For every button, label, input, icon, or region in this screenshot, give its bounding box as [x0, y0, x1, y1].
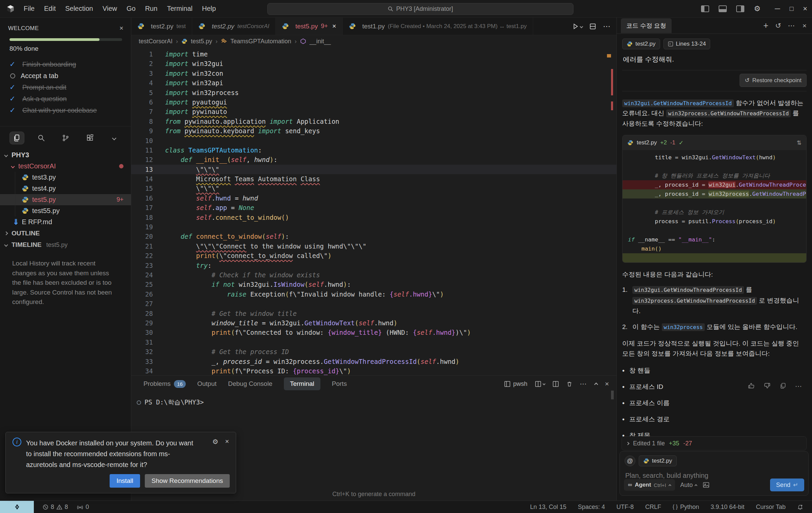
settings-gear-icon[interactable]: ⚙ [754, 4, 761, 13]
menu-terminal[interactable]: Terminal [163, 3, 196, 14]
diff-expand-icon[interactable]: ⇅ [797, 139, 802, 146]
indentation[interactable]: Spaces: 4 [578, 504, 605, 511]
maximize-panel-icon[interactable] [595, 380, 597, 388]
python-version[interactable]: 3.9.10 64-bit [710, 504, 744, 511]
chat-tab[interactable]: 코드 수정 요청 [621, 18, 672, 33]
diff-header[interactable]: test2.py +2 -1 ✓ ⇅ [623, 135, 806, 150]
code-line[interactable]: 34 print(f\"Process ID: {process_id}\") [131, 366, 616, 376]
command-center-search[interactable]: PHY3 [Administrator] [267, 3, 573, 15]
welcome-close-icon[interactable]: × [119, 24, 123, 32]
thumbs-up-icon[interactable] [748, 382, 755, 390]
tree-file-test3.py[interactable]: test3.py [0, 172, 131, 183]
code-line[interactable]: 8from pywinauto.application import Appli… [131, 117, 616, 126]
breadcrumb-class[interactable]: TeamsGPTAutomation [230, 38, 291, 45]
edited-files-summary[interactable]: Edited 1 file +35 -27 [622, 436, 807, 450]
code-line[interactable]: 19 [131, 222, 616, 232]
editor-more-actions-icon[interactable]: ⋯ [603, 22, 611, 31]
tab-close-icon[interactable]: × [332, 22, 336, 30]
code-line[interactable]: 15 \"\"\" [131, 184, 616, 193]
folder-testcorsorai[interactable]: testCorsorAI [0, 161, 131, 172]
eol-sequence[interactable]: CRLF [645, 504, 661, 511]
breadcrumb-file[interactable]: test5.py [191, 38, 212, 45]
code-line[interactable]: 5import win32process [131, 88, 616, 97]
mention-button[interactable]: @ [625, 456, 635, 466]
copy-icon[interactable] [780, 382, 786, 390]
code-line[interactable]: 11class TeamsGPTAutomation: [131, 145, 616, 155]
model-selector[interactable]: Auto [680, 482, 697, 489]
notification-settings-gear-icon[interactable]: ⚙ [212, 438, 218, 446]
window-minimize-button[interactable]: ─ [775, 4, 780, 13]
context-file-chip[interactable]: test2.py [622, 39, 660, 49]
menu-view[interactable]: View [99, 3, 120, 14]
tree-file-test4.py[interactable]: test4.py [0, 183, 131, 194]
code-line[interactable]: 23 try: [131, 261, 616, 270]
file-rfp-md[interactable]: ⇓ E RFP.md [0, 216, 131, 228]
toggle-left-sidebar-icon[interactable] [701, 5, 709, 12]
source-control-icon[interactable] [59, 132, 73, 144]
kill-terminal-icon[interactable] [566, 381, 572, 387]
terminal-profile[interactable]: pwsh [504, 380, 527, 388]
code-line[interactable]: 14 Microsoft Teams Automation Class [131, 174, 616, 184]
install-button[interactable]: Install [110, 474, 140, 488]
code-line[interactable]: 16 self.hwnd = hwnd [131, 193, 616, 203]
code-editor[interactable]: 1import time2import win32gui3import win3… [131, 47, 616, 376]
chat-more-icon[interactable]: ⋯ [788, 22, 796, 30]
panel-tab-Debug Console[interactable]: Debug Console [228, 380, 272, 388]
outline-section[interactable]: OUTLINE [0, 228, 131, 239]
agent-mode-selector[interactable]: ∞ Agent Ctrl+I [624, 479, 675, 491]
search-view-icon[interactable] [34, 132, 48, 144]
terminal[interactable]: PS D:\학습\PHY3> [137, 398, 616, 407]
code-line[interactable]: 12 def __init__(self, hwnd): [131, 155, 616, 164]
run-button[interactable] [572, 23, 583, 29]
cursor-position[interactable]: Ln 13, Col 15 [530, 504, 566, 511]
code-line[interactable]: 6import pyautogui [131, 97, 616, 107]
restore-checkpoint-button[interactable]: ↺ Restore checkpoint [740, 74, 807, 87]
explorer-icon[interactable] [10, 132, 24, 144]
ports-status[interactable]: 0 [77, 504, 89, 511]
code-line[interactable]: 3import win32con [131, 69, 616, 78]
editor-tab-test1.py[interactable]: test1.py(File Created • March 24, 2025 a… [343, 18, 533, 35]
panel-more-actions-icon[interactable]: ⋯ [580, 380, 587, 388]
menu-help[interactable]: Help [199, 3, 219, 14]
menu-selection[interactable]: Selection [62, 3, 96, 14]
checklist-item[interactable]: ✓Ask a question [9, 93, 131, 104]
toggle-right-sidebar-icon[interactable] [736, 5, 744, 12]
terminal-scrollbar[interactable] [611, 391, 614, 399]
split-editor-icon[interactable] [589, 23, 596, 30]
code-line[interactable]: 24 # Check if the window exists [131, 270, 616, 280]
panel-tab-Output[interactable]: Output [197, 380, 217, 388]
show-recommendations-button[interactable]: Show Recommendations [145, 474, 230, 488]
open-panel-editor-icon[interactable] [552, 381, 559, 387]
code-line[interactable]: 18 self.connect_to_window() [131, 213, 616, 222]
code-line[interactable]: 22 print(\"connect_to_window called\") [131, 251, 616, 260]
close-panel-icon[interactable]: × [605, 380, 609, 388]
editor-tab-test2.py[interactable]: test2.pytest [131, 18, 192, 35]
code-line[interactable]: 4import win32api [131, 78, 616, 88]
code-line[interactable]: 20 def connect_to_window(self): [131, 232, 616, 241]
problems-status[interactable]: 8 8 [43, 504, 68, 511]
message-more-icon[interactable]: ⋯ [795, 382, 803, 390]
code-line[interactable]: 9from pywinauto.keyboard import send_key… [131, 126, 616, 136]
tree-file-test5.py[interactable]: test5.py9+ [0, 194, 131, 205]
breadcrumb-folder[interactable]: testCorsorAI [139, 38, 173, 45]
code-line[interactable]: 10 [131, 136, 616, 145]
chat-input[interactable]: @ test2.py Plan, search, build anything … [619, 451, 809, 496]
chat-history-icon[interactable]: ↺ [775, 22, 781, 30]
remote-indicator[interactable] [0, 501, 34, 513]
menu-edit[interactable]: Edit [41, 3, 59, 14]
code-line[interactable]: 7import pywinauto [131, 107, 616, 116]
send-button[interactable]: Send ↵ [770, 479, 804, 491]
editor-tab-test2.py[interactable]: test2.pytestCorsorAI [192, 18, 276, 35]
code-line[interactable]: 2import win32gui [131, 59, 616, 68]
code-line[interactable]: 13 \"\"\" [131, 165, 616, 174]
new-chat-icon[interactable]: + [763, 20, 768, 31]
input-context-chip[interactable]: test2.py [639, 456, 677, 466]
context-lines-chip[interactable]: Lines 13-24 [663, 39, 710, 49]
notifications-bell-icon[interactable] [797, 504, 803, 510]
window-maximize-button[interactable]: □ [790, 5, 793, 13]
checklist-item[interactable]: ✓Finish onboarding [9, 59, 131, 70]
code-line[interactable]: 1import time [131, 49, 616, 59]
workspace-root[interactable]: PHY3 [0, 149, 131, 161]
panel-tab-Ports[interactable]: Ports [332, 380, 347, 388]
timeline-section[interactable]: TIMELINE test5.py [0, 239, 131, 251]
